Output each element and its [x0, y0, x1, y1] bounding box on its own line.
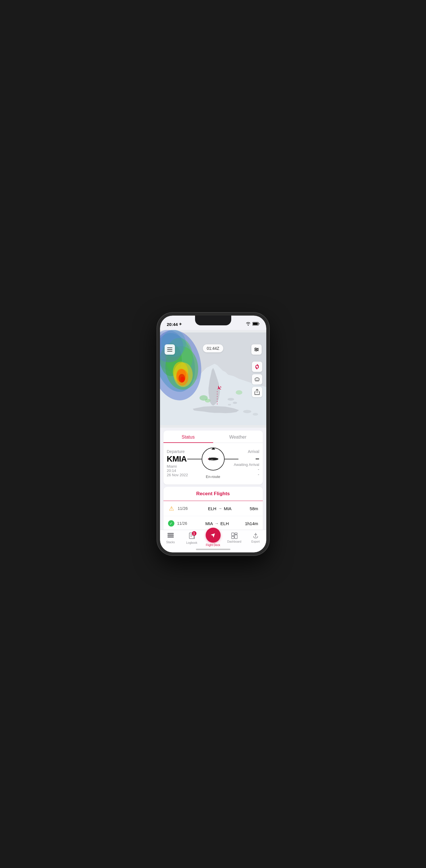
share-icon — [254, 389, 260, 395]
route-to-2: ELH — [220, 521, 229, 526]
status-time: 20:44 ✈ — [167, 322, 182, 327]
filter-icon — [254, 347, 259, 352]
svg-rect-39 — [167, 535, 174, 536]
hurricane-icon — [254, 364, 260, 370]
filter-button[interactable] — [251, 344, 262, 355]
recent-flights-card: Recent Flights ⚠ 11/26 ELH → MIA 58m ✓ 1… — [163, 487, 263, 530]
svg-rect-40 — [167, 533, 174, 534]
flight-row: Departure KMIA Miami 20:14 26 Nov 2022 — [167, 447, 259, 479]
route-to-1: MIA — [224, 506, 232, 511]
status-weather-card: Status Weather Departure KMIA Miami 20:1… — [163, 431, 263, 485]
departure-label: Departure — [167, 449, 199, 454]
cloud-icon-small: ☁ — [211, 446, 215, 451]
logbook-label: Logbook — [186, 541, 197, 545]
phone-inner: 20:44 ✈ — [160, 316, 266, 552]
arrival-col: Arrival – Awaiting Arrival - - — [227, 449, 259, 477]
tab-weather[interactable]: Weather — [213, 431, 263, 443]
flight-line-left — [187, 459, 202, 459]
departure-city: Miami — [167, 464, 199, 468]
recent-flights-header: Recent Flights — [163, 487, 263, 501]
menu-line-2 — [167, 349, 172, 350]
time-label: 20:44 — [167, 322, 178, 327]
hurricane-button[interactable] — [252, 362, 262, 372]
tab-status-label: Status — [182, 435, 194, 439]
flight-route-1: ELH → MIA — [193, 506, 247, 511]
flight-duration-2: 1h14m — [245, 521, 258, 526]
plane-circle: ☁ — [202, 447, 225, 470]
plane-silhouette — [207, 456, 220, 462]
svg-point-28 — [255, 348, 256, 349]
route-from-2: MIA — [205, 521, 213, 526]
tab-bar-flightdeck[interactable]: Flight Deck — [202, 532, 224, 547]
svg-rect-46 — [235, 533, 237, 534]
tab-bar-export[interactable]: Export — [245, 532, 266, 547]
arrival-label: Arrival — [227, 449, 259, 454]
time-badge: 01:44Z — [203, 344, 224, 352]
map-controls — [165, 344, 175, 355]
logbook-badge: 1 — [192, 531, 196, 536]
export-label: Export — [251, 540, 260, 543]
map-time-label: 01:44Z — [207, 346, 220, 351]
dashboard-label: Dashboard — [227, 540, 241, 543]
menu-button[interactable] — [165, 344, 175, 355]
fog-icon — [254, 376, 260, 382]
tab-bar-top: Status Weather — [163, 431, 263, 443]
svg-point-36 — [210, 459, 214, 460]
svg-rect-1 — [253, 323, 258, 325]
arrival-code: – — [227, 455, 259, 462]
en-route-label: En-route — [206, 474, 220, 479]
flight-status-panel: Departure KMIA Miami 20:14 26 Nov 2022 — [163, 443, 263, 485]
dashboard-icon — [231, 532, 238, 539]
route-from-1: ELH — [208, 506, 216, 511]
svg-rect-47 — [232, 536, 234, 538]
flight-duration-1: 58m — [250, 506, 258, 511]
departure-col: Departure KMIA Miami 20:14 26 Nov 2022 — [167, 449, 199, 477]
flight-date-1: 11/26 — [178, 506, 190, 511]
fog-button[interactable] — [252, 374, 262, 384]
center-col: ☁ — [202, 447, 225, 479]
flight-list-item-1[interactable]: ⚠ 11/26 ELH → MIA 58m — [163, 501, 263, 516]
tab-bar-logbook[interactable]: 1 Logbook — [181, 532, 202, 547]
tab-bar-dashboard[interactable]: Dashboard — [224, 532, 245, 547]
svg-rect-38 — [167, 536, 174, 538]
departure-time: 20:14 — [167, 468, 199, 473]
route-arrow-2: → — [215, 521, 219, 526]
arrival-dash-1: - — [227, 467, 259, 472]
flightdeck-label: Flight Deck — [206, 544, 220, 547]
menu-line-3 — [167, 351, 172, 351]
home-indicator — [196, 549, 230, 550]
departure-date: 26 Nov 2022 — [167, 473, 199, 477]
battery-icon — [253, 321, 259, 327]
share-button[interactable] — [252, 387, 262, 397]
awaiting-arrival-text: Awaiting Arrival — [227, 462, 259, 467]
tab-weather-label: Weather — [229, 435, 247, 439]
flight-route-2: MIA → ELH — [192, 521, 242, 526]
right-sidebar — [252, 362, 262, 397]
map-area[interactable]: ✈ 01:44Z — [160, 330, 266, 428]
svg-point-31 — [256, 350, 257, 351]
logbook-icon-wrapper: 1 — [189, 532, 195, 540]
svg-point-37 — [208, 459, 208, 460]
wifi-icon — [245, 321, 251, 327]
export-icon — [252, 532, 259, 539]
success-icon-2: ✓ — [168, 520, 174, 527]
flight-date-2: 11/26 — [177, 521, 189, 526]
flight-line-right — [224, 459, 238, 459]
svg-point-29 — [257, 349, 258, 350]
tab-status[interactable]: Status — [163, 431, 213, 443]
stacks-svg — [167, 532, 174, 538]
menu-line-1 — [167, 347, 172, 348]
stacks-icon — [167, 532, 174, 540]
stacks-label: Stacks — [166, 540, 175, 544]
arrival-dash-2: - — [227, 472, 259, 477]
scroll-content[interactable]: Status Weather Departure KMIA Miami 20:1… — [160, 428, 266, 530]
svg-point-32 — [255, 378, 259, 380]
location-icon: ✈ — [179, 322, 182, 326]
notch — [195, 316, 231, 326]
route-arrow-1: → — [218, 506, 222, 511]
phone-frame: 20:44 ✈ — [157, 313, 269, 555]
tab-bar-stacks[interactable]: Stacks — [160, 532, 181, 547]
flightdeck-icon — [209, 531, 217, 539]
flightdeck-circle — [206, 528, 221, 542]
warning-icon-1: ⚠ — [168, 505, 175, 512]
